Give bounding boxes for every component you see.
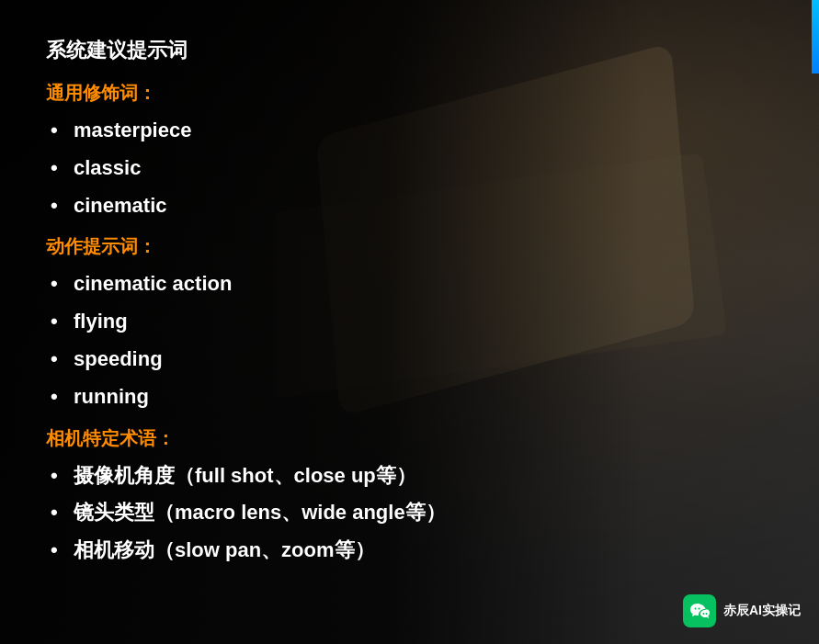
section-title-general: 通用修饰词：	[46, 81, 773, 106]
list-item: speeding	[46, 345, 773, 374]
list-item: 摄像机角度（full shot、close up等）	[46, 462, 773, 491]
list-item: cinematic	[46, 192, 773, 220]
list-general-modifiers: masterpiece classic cinematic	[46, 117, 773, 220]
list-item: classic	[46, 154, 773, 183]
list-item: cinematic action	[46, 270, 773, 299]
watermark: 赤辰AI实操记	[683, 594, 801, 627]
watermark-text: 赤辰AI实操记	[723, 603, 801, 619]
list-item: running	[46, 383, 773, 412]
section-action-prompts: 动作提示词： cinematic action flying speeding …	[46, 234, 773, 411]
list-item: 相机移动（slow pan、zoom等）	[46, 537, 773, 565]
list-item: masterpiece	[46, 117, 773, 145]
content-area: 系统建议提示词 通用修饰词： masterpiece classic cinem…	[0, 0, 819, 644]
section-camera-terms: 相机特定术语： 摄像机角度（full shot、close up等） 镜头类型（…	[46, 426, 773, 565]
section-title-action: 动作提示词：	[46, 234, 773, 259]
list-camera-terms: 摄像机角度（full shot、close up等） 镜头类型（macro le…	[46, 462, 773, 565]
main-title: 系统建议提示词	[46, 37, 773, 64]
section-title-camera: 相机特定术语：	[46, 426, 773, 451]
section-general-modifiers: 通用修饰词： masterpiece classic cinematic	[46, 81, 773, 220]
wechat-icon	[683, 594, 716, 627]
list-item: 镜头类型（macro lens、wide angle等）	[46, 499, 773, 527]
list-action-prompts: cinematic action flying speeding running	[46, 270, 773, 411]
list-item: flying	[46, 308, 773, 336]
accent-bar	[812, 0, 819, 73]
wechat-svg	[688, 600, 711, 622]
